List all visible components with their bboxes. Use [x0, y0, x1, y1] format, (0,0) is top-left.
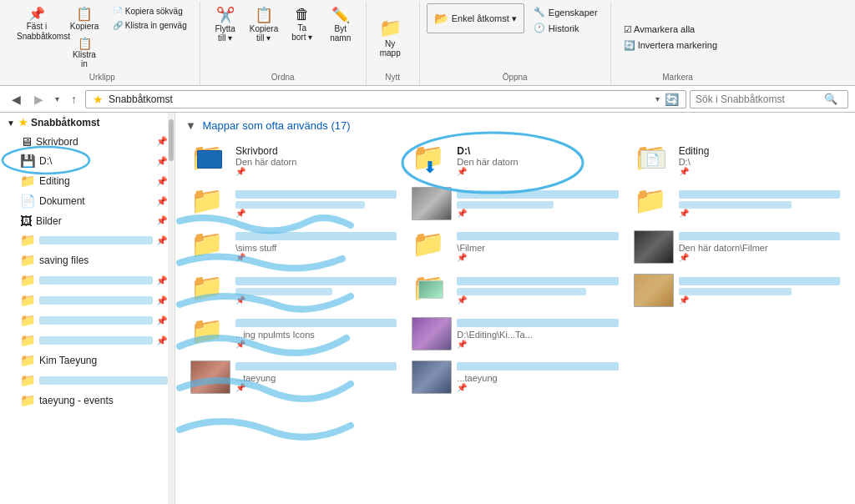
sidebar-item-blurred-5[interactable]: 📁 📌	[0, 330, 175, 350]
klistra-in-genväg-button[interactable]: 🔗 Klistra in genväg	[107, 19, 193, 32]
folder-item-sims[interactable]: 📁 \sims stuff 📌	[185, 227, 402, 267]
address-field[interactable]: ★ Snabbåtkomst ▾ 🔄	[85, 90, 686, 108]
sidebar-item-blurred-1[interactable]: 📁 📌	[0, 230, 175, 250]
folder-icon: 📁	[20, 313, 36, 328]
pin-icon: 📌	[156, 215, 168, 226]
address-refresh-button[interactable]: 🔄	[665, 93, 679, 106]
historik-button[interactable]: 🕐 Historik	[528, 21, 604, 35]
folder-sub: \sims stuff	[235, 243, 397, 253]
folder-sub: Den här datorn\Filmer	[679, 243, 840, 253]
sidebar-item-saving-files[interactable]: 📁 saving files	[0, 250, 175, 270]
folder-item-ki[interactable]: 📁 ...ing npulmts Icons 📌	[185, 314, 402, 354]
folder-sub: ...ing npulmts Icons	[235, 330, 397, 340]
klistra-in-button[interactable]: 📋 Klistra in	[63, 34, 105, 71]
folder-item-photo-1[interactable]: 📌	[407, 184, 623, 224]
ribbon-group-title-nytt: Nytt	[373, 73, 412, 82]
folder-name: Editing	[679, 145, 840, 157]
egenskaper-button[interactable]: 🔧 Egenskaper	[528, 5, 604, 19]
ribbon-group-title-urklipp: Urklipp	[12, 73, 193, 82]
sidebar-item-kim-taeyung[interactable]: 📁 Kim Taeyung	[0, 350, 175, 370]
folder-thumb: 📁	[412, 274, 452, 307]
folder-thumb: 📁	[190, 317, 230, 350]
pin-icon: 📌	[156, 176, 168, 187]
folder-item-editing[interactable]: 📁 📄 Editing D:\ 📌	[629, 140, 845, 180]
folder-item-blurred-2[interactable]: 📁 📌	[185, 270, 402, 310]
folder-item-filmer[interactable]: 📁 \Filmer 📌	[407, 227, 623, 267]
ribbon-group-title-ordna: Ordna	[207, 73, 359, 82]
folder-item-leotions[interactable]: 📌	[629, 270, 845, 310]
photo-thumb-taeny	[190, 360, 230, 394]
pin-icon: 📌	[156, 335, 168, 346]
folder-sub: Den här datorn	[457, 157, 618, 167]
address-star-icon: ★	[93, 93, 104, 106]
sidebar-item-taeyung-blurred[interactable]: 📁	[0, 370, 175, 391]
kopiera-button[interactable]: 📋 Kopiera	[63, 3, 105, 33]
fast-i-snabbatkomst-button[interactable]: 📌 Fäst i Snabbåtkomst	[12, 3, 62, 44]
forward-button[interactable]: ▶	[29, 91, 48, 108]
ny-mapp-button[interactable]: 📁 Nymapp	[373, 3, 407, 71]
sidebar-item-blurred-3[interactable]: 📁 📌	[0, 290, 175, 310]
sidebar-item-d-drive[interactable]: 💾 D:\ 📌	[0, 151, 175, 171]
folder-thumb-d-drive: 📁 ⬇	[412, 144, 452, 177]
folder-thumb-editing: 📁 📄	[634, 144, 674, 177]
folder-item-d-drive[interactable]: 📁 ⬇ D:\ Den här datorn 📌	[407, 140, 623, 180]
ribbon-group-title-oppna: Öppna	[427, 73, 604, 82]
pin-icon: 📌	[679, 167, 840, 176]
folder-item-blurred-3[interactable]: 📁 📌	[407, 270, 623, 310]
search-icon: 🔍	[824, 93, 837, 105]
photo-thumb-face	[634, 274, 674, 307]
folder-icon: 📁	[20, 393, 36, 408]
section-title: ▼ Mappar som ofta används (17)	[185, 119, 845, 134]
folder-item-taeny[interactable]: ...taeyung 📌	[185, 357, 402, 397]
sidebar-section-snabbatkomst[interactable]: ▼ ★ Snabbåtkomst	[0, 113, 175, 132]
invertera-markering-button[interactable]: 🔄 Invertera markering	[618, 38, 738, 53]
recent-button[interactable]: ▾	[52, 93, 63, 105]
pin-icon: 📌	[679, 295, 840, 305]
pin-icon: 📌	[457, 167, 618, 176]
back-button[interactable]: ◀	[7, 91, 26, 108]
folder-item-taek[interactable]: ...taeyung 📌	[407, 357, 623, 397]
sidebar-item-blurred-2[interactable]: 📁 📌	[0, 270, 175, 290]
address-dropdown-button[interactable]: ▾	[655, 94, 660, 103]
sidebar-item-bilder[interactable]: 🖼 Bilder 📌	[0, 211, 175, 230]
folder-item-photo-dark[interactable]: Den här datorn\Filmer 📌	[629, 227, 845, 267]
folder-item-skrivbord[interactable]: 📁 Skrivbord Den här datorn 📌	[185, 140, 402, 180]
enkel-atkomst-button[interactable]: 📂 Enkel åtkomst ▾	[427, 3, 524, 33]
pin-icon: 📌	[156, 196, 168, 207]
sidebar-item-label: D:\	[39, 155, 153, 167]
pin-icon: 📌	[235, 253, 397, 262]
pin-icon: 📌	[457, 253, 618, 262]
byt-namn-button[interactable]: ✏️ Bytnamn	[322, 3, 359, 45]
sidebar-item-blurred-4[interactable]: 📁 📌	[0, 310, 175, 330]
pin-icon: 📌	[156, 235, 168, 246]
kopiera-sokväg-button[interactable]: 📄 Kopiera sökväg	[107, 5, 193, 18]
sidebar-item-label: Skrivbord	[36, 136, 153, 148]
folder-item-dokument[interactable]: 📁 📌	[185, 184, 402, 224]
folder-item-blurred-1[interactable]: 📁 📌	[629, 184, 845, 224]
photo-thumb-purple	[412, 317, 452, 350]
folder-grid: 📁 Skrivbord Den här datorn 📌 📁 ⬇	[185, 140, 845, 397]
snabbatkomst-star-icon: ★	[18, 117, 28, 129]
sidebar-item-editing[interactable]: 📁 Editing 📌	[0, 171, 175, 191]
search-input[interactable]	[696, 93, 821, 105]
ta-bort-button[interactable]: 🗑 Tabort ▾	[284, 3, 321, 44]
sidebar-item-taeyung-events[interactable]: 📁 taeyung - events	[0, 391, 175, 411]
photo-thumb-dark	[634, 230, 674, 264]
pin-icon: 📌	[679, 253, 840, 262]
sidebar-item-skrivbord[interactable]: 🖥 Skrivbord 📌	[0, 132, 175, 151]
flytta-till-button[interactable]: ✂️ Flyttatill ▾	[207, 3, 244, 45]
search-field[interactable]: 🔍	[690, 90, 848, 108]
pin-icon: 📌	[235, 383, 397, 392]
folder-sub: ...taeyung	[235, 373, 397, 383]
kopiera-till-button[interactable]: 📋 Kopieratill ▾	[245, 3, 282, 45]
avmarkera-alla-button[interactable]: ☑ Avmarkera alla	[618, 23, 738, 37]
folder-item-ts-purple[interactable]: D:\Editing\Ki...Ta... 📌	[407, 314, 623, 354]
folder-icon: 📁	[20, 333, 36, 348]
up-button[interactable]: ↑	[66, 91, 82, 108]
ribbon-group-ordna: ✂️ Flyttatill ▾ 📋 Kopieratill ▾ 🗑 Tabort…	[200, 2, 367, 85]
address-bar: ◀ ▶ ▾ ↑ ★ Snabbåtkomst ▾ 🔄 🔍	[0, 86, 855, 113]
pin-icon: 📌	[235, 295, 397, 305]
pin-icon: 📌	[156, 315, 168, 326]
sidebar-item-dokument[interactable]: 📄 Dokument 📌	[0, 191, 175, 211]
folder-thumb: 📁	[412, 230, 452, 264]
